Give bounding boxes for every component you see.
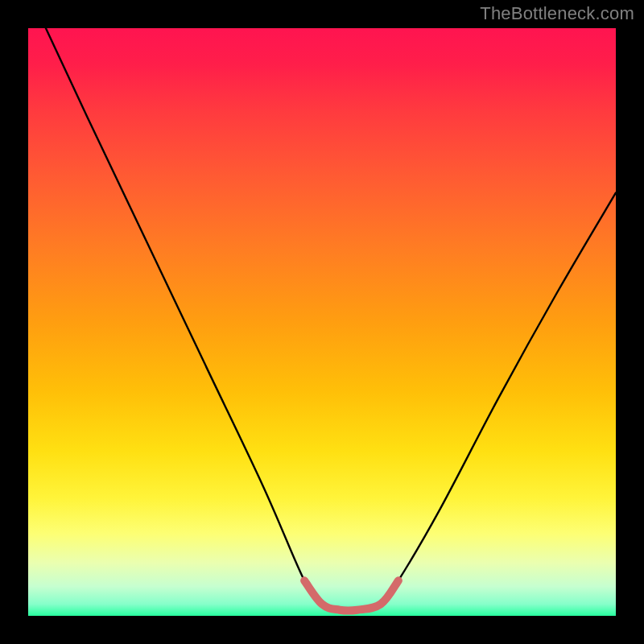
bottleneck-curve-path: [46, 28, 616, 611]
bottom-highlight-path: [304, 580, 398, 610]
watermark-text: TheBottleneck.com: [480, 3, 634, 24]
plot-area: [28, 28, 616, 616]
chart-frame: TheBottleneck.com: [0, 0, 644, 644]
curve-layer: [28, 28, 616, 616]
